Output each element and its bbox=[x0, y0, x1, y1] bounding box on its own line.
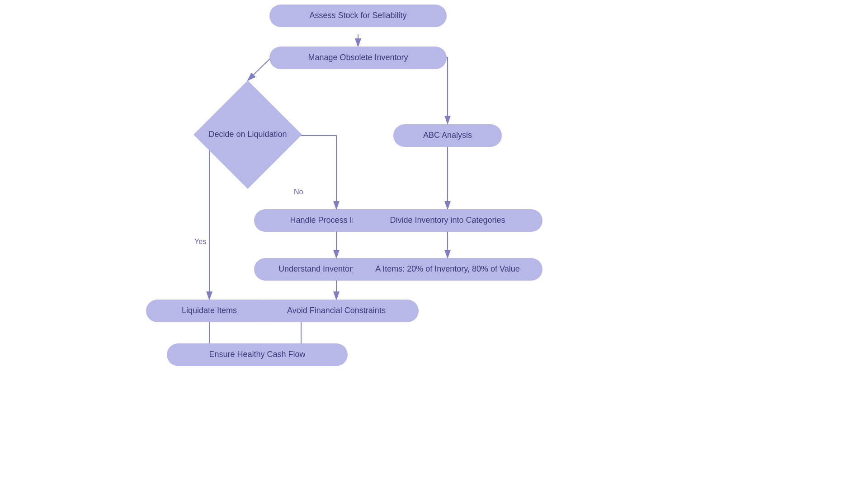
node-avoid: Avoid Financial Constraints bbox=[254, 300, 419, 322]
yes-label: Yes bbox=[194, 238, 206, 245]
node-abc: ABC Analysis bbox=[393, 124, 502, 147]
node-liquidate-label: Liquidate Items bbox=[182, 306, 237, 315]
flowchart-svg: Assess Stock for Sellability Manage Obso… bbox=[0, 0, 868, 488]
node-avoid-label: Avoid Financial Constraints bbox=[287, 306, 386, 315]
node-assess-label: Assess Stock for Sellability bbox=[309, 11, 406, 20]
no-label: No bbox=[294, 188, 303, 196]
node-divide-label: Divide Inventory into Categories bbox=[390, 216, 505, 225]
node-manage-label: Manage Obsolete Inventory bbox=[308, 53, 408, 62]
node-aitems-label: A Items: 20% of Inventory, 80% of Value bbox=[375, 264, 520, 273]
arrow-decide-liquidate bbox=[209, 136, 217, 300]
flowchart-container: Assess Stock for Sellability Manage Obso… bbox=[0, 0, 868, 488]
node-ensure: Ensure Healthy Cash Flow bbox=[167, 343, 348, 366]
node-ensure-label: Ensure Healthy Cash Flow bbox=[209, 350, 306, 359]
node-assess: Assess Stock for Sellability bbox=[269, 5, 447, 27]
node-aitems: A Items: 20% of Inventory, 80% of Value bbox=[353, 258, 542, 281]
node-divide: Divide Inventory into Categories bbox=[353, 209, 542, 232]
node-abc-label: ABC Analysis bbox=[423, 131, 472, 140]
node-decide-label: Decide on Liquidation bbox=[208, 130, 287, 139]
node-manage: Manage Obsolete Inventory bbox=[269, 47, 447, 69]
node-liquidate: Liquidate Items bbox=[146, 300, 273, 322]
